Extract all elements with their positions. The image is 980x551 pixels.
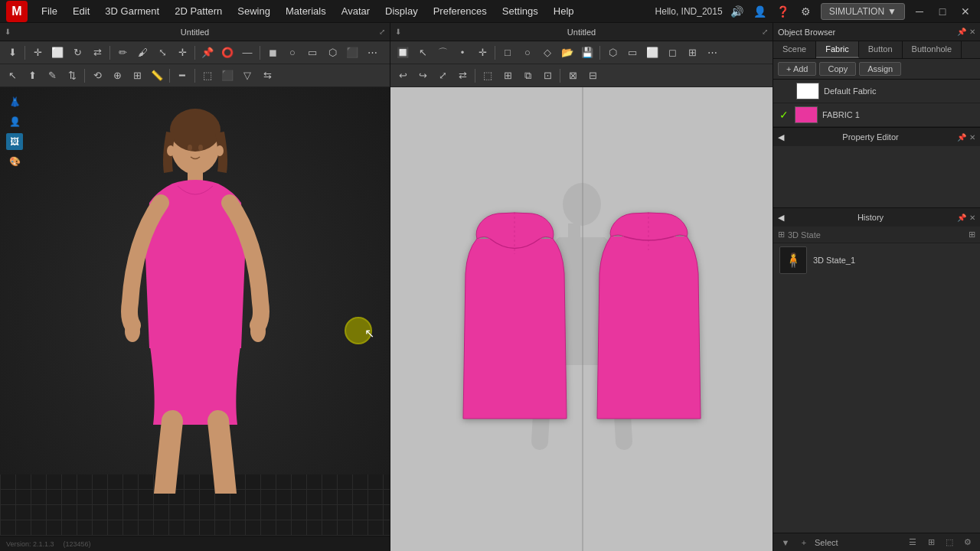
tool-flip[interactable]: ⇄: [88, 44, 106, 62]
menu-3dgarment[interactable]: 3D Garment: [99, 2, 165, 20]
tool-box-select[interactable]: ⬜: [48, 44, 67, 62]
tool-2d-move[interactable]: ✛: [473, 44, 492, 62]
tool-2d-poly[interactable]: ◇: [538, 44, 557, 62]
tool-sim-settings[interactable]: ◼: [263, 44, 282, 62]
tool-2d-r4[interactable]: ⇄: [453, 67, 472, 85]
menu-help[interactable]: Help: [547, 2, 580, 20]
user-icon[interactable]: 👤: [752, 3, 769, 20]
tool-pen[interactable]: ✏: [113, 44, 132, 62]
pattern-back[interactable]: [593, 212, 704, 426]
pattern-front[interactable]: [459, 212, 570, 426]
menu-edit[interactable]: Edit: [67, 2, 96, 20]
menu-display[interactable]: Display: [379, 2, 424, 20]
pe-pin[interactable]: 📌: [957, 133, 966, 142]
tool-2d-d[interactable]: ◻: [663, 44, 681, 62]
bt-detail-icon[interactable]: ⬚: [942, 535, 957, 550]
tool-measure[interactable]: 📏: [148, 67, 166, 85]
bt-down-icon[interactable]: ▼: [778, 535, 793, 550]
tool-snap[interactable]: ⊞: [128, 67, 146, 85]
tab-buttonhole[interactable]: Buttonhole: [903, 41, 962, 58]
viewport-3d[interactable]: ↖ 👗 👤 🖼 🎨: [0, 87, 390, 536]
icon-pattern[interactable]: 🖼: [6, 133, 23, 150]
tool-2d-r1[interactable]: ↩: [394, 67, 412, 85]
menu-avatar[interactable]: Avatar: [335, 2, 376, 20]
tool-rotate-view[interactable]: ↻: [68, 44, 87, 62]
tool-compass[interactable]: ⊕: [108, 67, 126, 85]
tool-2d-point[interactable]: •: [453, 44, 472, 62]
tab-fabric[interactable]: Fabric: [816, 41, 859, 58]
fabric-item-default[interactable]: Default Fabric: [773, 80, 980, 103]
tool-2d-r6[interactable]: ⊞: [498, 67, 517, 85]
tool-cylinder[interactable]: ⬡: [323, 44, 341, 62]
tool-2d-f[interactable]: ⋯: [703, 44, 721, 62]
menu-settings[interactable]: Settings: [496, 2, 544, 20]
tool-layer1[interactable]: ⬚: [198, 67, 217, 85]
hist-close[interactable]: ✕: [969, 214, 975, 222]
tool-layer3[interactable]: ▽: [238, 67, 256, 85]
tool-line[interactable]: —: [238, 44, 256, 62]
tool-rect[interactable]: ▭: [303, 44, 322, 62]
tool-2d-c[interactable]: ⬜: [643, 44, 662, 62]
tool-sphere[interactable]: ⬛: [343, 44, 361, 62]
add-button[interactable]: + Add: [778, 62, 816, 76]
simulation-button[interactable]: SIMULATION ▼: [821, 3, 905, 20]
bt-grid-icon[interactable]: ⊞: [923, 535, 939, 550]
tool-2d-select[interactable]: 🔲: [394, 44, 412, 62]
close-button[interactable]: ✕: [957, 3, 974, 20]
tool-2d-rect[interactable]: □: [498, 44, 517, 62]
bt-settings-icon[interactable]: ⚙: [960, 535, 975, 550]
tool-2d-circle[interactable]: ○: [518, 44, 537, 62]
icon-texture[interactable]: 🎨: [6, 153, 23, 170]
tool-circle[interactable]: ○: [283, 44, 302, 62]
ob-close-icon[interactable]: ✕: [969, 28, 975, 36]
tool-move[interactable]: ✛: [173, 44, 191, 62]
hist-state-1[interactable]: 🧍 3D State_1: [773, 243, 980, 277]
tool-2d-r10[interactable]: ⊟: [583, 67, 602, 85]
bt-plus-icon[interactable]: +: [796, 535, 812, 550]
menu-2dpattern[interactable]: 2D Pattern: [168, 2, 228, 20]
tool-brush[interactable]: 🖌: [133, 44, 152, 62]
tool-add[interactable]: ✛: [28, 44, 47, 62]
tab-button[interactable]: Button: [859, 41, 903, 58]
tool-arrange[interactable]: ⇅: [63, 67, 81, 85]
volume-icon[interactable]: 🔊: [729, 3, 746, 20]
tool-edit[interactable]: ✎: [43, 67, 61, 85]
tool-2d-r7[interactable]: ⧉: [518, 67, 537, 85]
menu-sewing[interactable]: Sewing: [231, 2, 276, 20]
tool-2d-open[interactable]: 📂: [558, 44, 577, 62]
tool-2d-r9[interactable]: ⊠: [564, 67, 582, 85]
menu-preferences[interactable]: Preferences: [427, 2, 493, 20]
tool-2d-r8[interactable]: ⊡: [538, 67, 557, 85]
minimize-button[interactable]: ─: [911, 3, 928, 20]
tool-2d-b[interactable]: ▭: [623, 44, 642, 62]
tool-2d-arrow[interactable]: ↖: [413, 44, 432, 62]
hist-pin[interactable]: 📌: [957, 214, 966, 222]
ob-pin-icon[interactable]: 📌: [957, 28, 966, 36]
pe-close[interactable]: ✕: [969, 133, 975, 142]
tool-lasso[interactable]: ⭕: [218, 44, 237, 62]
tool-arrow[interactable]: ↖: [3, 67, 21, 85]
tool-2d-r3[interactable]: ⤢: [433, 67, 452, 85]
tool-2d-curve[interactable]: ⌒: [433, 44, 452, 62]
icon-garment[interactable]: 👗: [6, 93, 23, 110]
assign-button[interactable]: Assign: [859, 62, 901, 76]
viewport-2d[interactable]: [390, 87, 773, 551]
tool-2d-save[interactable]: 💾: [578, 44, 596, 62]
fabric-item-1[interactable]: ✓ FABRIC 1: [773, 103, 980, 127]
hist-section-plus[interactable]: ⊞: [969, 230, 975, 240]
bt-list-icon[interactable]: ☰: [905, 535, 920, 550]
panel-3d-expand[interactable]: ⤢: [379, 28, 385, 36]
tool-2d-r2[interactable]: ↪: [413, 67, 432, 85]
menu-materials[interactable]: Materials: [279, 2, 332, 20]
tool-pin[interactable]: 📌: [198, 44, 217, 62]
tool-2d-e[interactable]: ⊞: [683, 44, 701, 62]
copy-button[interactable]: Copy: [819, 62, 856, 76]
tab-scene[interactable]: Scene: [773, 41, 816, 58]
tool-layer2[interactable]: ⬛: [218, 67, 237, 85]
settings-icon[interactable]: ⚙: [798, 3, 815, 20]
tool-expand[interactable]: ⇆: [258, 67, 276, 85]
menu-file[interactable]: File: [35, 2, 64, 20]
tool-move2[interactable]: ⬆: [23, 67, 41, 85]
tool-transform[interactable]: ⤡: [153, 44, 172, 62]
icon-avatar[interactable]: 👤: [6, 113, 23, 130]
